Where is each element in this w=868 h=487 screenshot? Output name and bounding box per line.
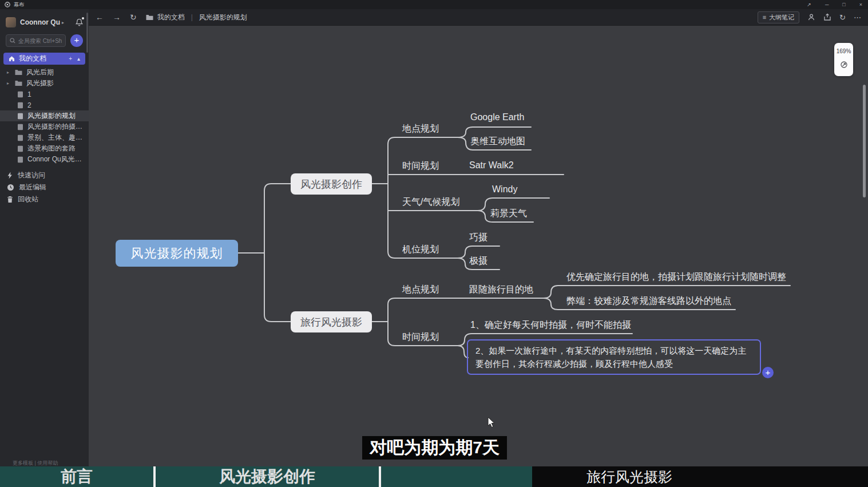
mindmap-node[interactable]: 奥维互动地图 — [470, 136, 525, 148]
breadcrumb-folder[interactable]: 我的文档 — [157, 13, 185, 22]
trash-icon — [7, 196, 13, 203]
sidebar-item-quick-access[interactable]: 快速访问 — [0, 169, 89, 181]
add-child-node-button[interactable]: + — [762, 367, 774, 378]
user-caret-icon: ▸ — [62, 20, 64, 25]
maximize-icon[interactable]: □ — [842, 0, 845, 9]
zoom-level[interactable]: 169% — [837, 48, 851, 54]
folder-icon — [15, 69, 22, 76]
sidebar-scrollbar[interactable] — [86, 13, 88, 53]
bell-icon — [76, 18, 83, 26]
chapter-section[interactable] — [381, 466, 532, 487]
chapter-bar: 前言 风光摄影创作 旅行风光摄影 — [0, 466, 868, 487]
notification-bell[interactable] — [76, 18, 83, 26]
forward-button[interactable]: → — [113, 13, 121, 22]
folder-label: 风光摄影 — [26, 78, 54, 88]
mindmap-node[interactable]: 天气/气候规划 — [402, 196, 459, 208]
mindmap-node[interactable]: 时间规划 — [402, 160, 439, 172]
outline-note-button[interactable]: ≡ 大纲笔记 — [758, 11, 799, 23]
mindmap-node[interactable]: 地点规划 — [402, 123, 439, 135]
mindmap-node[interactable]: 莉景天气 — [490, 208, 527, 220]
export-icon[interactable] — [823, 13, 831, 21]
pin-window-icon[interactable]: ↗ — [807, 0, 811, 9]
mindmap-node[interactable]: 优先确定旅行目的地，拍摄计划跟随旅行计划随时调整 — [566, 271, 786, 283]
zoom-widget[interactable]: 169% — [834, 43, 853, 76]
doc-icon — [17, 156, 23, 163]
shortcut-label: 最近编辑 — [19, 183, 46, 192]
new-document-button[interactable]: + — [70, 34, 83, 47]
doc-label: 1 — [27, 90, 31, 98]
mouse-cursor — [487, 417, 496, 428]
sidebar-item-recent[interactable]: 最近编辑 — [0, 181, 89, 193]
chapter-section[interactable]: 前言 — [0, 466, 153, 487]
sidebar-doc[interactable]: Connor Qu风光后期思维导图 — [0, 154, 89, 165]
folder-icon — [146, 14, 153, 21]
title-bar: 幕布 ↗ ─ □ × — [0, 0, 868, 9]
doc-label: 选景构图的套路 — [27, 144, 76, 153]
caret-right-icon[interactable]: ▸ — [7, 81, 15, 86]
back-button[interactable]: ← — [96, 13, 104, 22]
sync-icon[interactable]: ↻ — [839, 13, 846, 22]
search-icon — [10, 38, 15, 43]
collapse-icon[interactable]: ▴ — [77, 56, 80, 62]
sidebar-doc[interactable]: 选景构图的套路 — [0, 143, 89, 154]
mindmap-branch-node[interactable]: 旅行风光摄影 — [291, 311, 372, 332]
document-tree: ▸ 风光后期 ▸ 风光摄影 1 2 风光摄影的规划 — [0, 67, 89, 165]
doc-label: 2 — [27, 101, 31, 109]
sidebar-item-trash[interactable]: 回收站 — [0, 193, 89, 205]
chapter-section[interactable]: 旅行风光摄影 — [532, 466, 868, 487]
shortcut-label: 回收站 — [18, 195, 38, 204]
doc-icon — [17, 91, 23, 98]
refresh-button[interactable]: ↻ — [130, 13, 137, 22]
clock-icon — [7, 184, 14, 191]
mindmap-node[interactable]: 时间规划 — [402, 331, 439, 343]
minimize-icon[interactable]: ─ — [825, 0, 829, 9]
outline-note-label: 大纲笔记 — [769, 13, 794, 22]
mindmap-node[interactable]: 巧摄 — [469, 232, 487, 244]
chapter-section[interactable]: 风光摄影创作 — [156, 466, 379, 487]
breadcrumb-separator: | — [191, 13, 193, 21]
caret-right-icon[interactable]: ▸ — [7, 70, 15, 75]
home-icon — [9, 56, 15, 62]
close-icon[interactable]: × — [859, 0, 862, 9]
mindmap-node[interactable]: Satr Walk2 — [469, 160, 514, 171]
mindmap-node[interactable]: Windy — [492, 184, 517, 195]
search-input[interactable] — [18, 38, 62, 44]
doc-label: 景别、主体、趣味点与选景… — [27, 133, 88, 142]
mindmap-node[interactable]: 1、确定好每天何时拍摄，何时不能拍摄 — [470, 319, 631, 331]
reset-view-icon[interactable] — [840, 61, 848, 69]
mindmap-node[interactable]: 极摄 — [469, 255, 487, 267]
sidebar: Coonnor Qu ▸ + 我的文档 + ▴ ▸ — [0, 9, 89, 487]
mindmap-node[interactable]: 跟随旅行目的地 — [469, 284, 533, 296]
doc-label: 风光摄影的拍摄规划 — [27, 122, 88, 132]
mindmap-node[interactable]: 弊端：较难涉及常规游客线路以外的地点 — [566, 295, 731, 307]
mindmap-node[interactable]: 机位规划 — [402, 244, 439, 256]
doc-icon — [17, 124, 23, 130]
sidebar-item-my-docs[interactable]: 我的文档 + ▴ — [3, 53, 85, 65]
mindmap-node-selected[interactable]: 2、如果一次旅行途中，有某天的内容特别想怕，可以将这一天确定为主要创作日，其余行… — [467, 339, 761, 375]
more-menu-icon[interactable]: ⋯ — [854, 13, 861, 22]
sidebar-doc[interactable]: 景别、主体、趣味点与选景… — [0, 132, 89, 143]
sidebar-folder[interactable]: ▸ 风光摄影 — [0, 78, 89, 89]
mindmap-branch-node[interactable]: 风光摄影创作 — [291, 173, 372, 195]
sidebar-doc-selected[interactable]: 风光摄影的规划 — [0, 110, 89, 121]
global-search[interactable] — [6, 34, 66, 47]
avatar — [6, 17, 16, 27]
mindmap-canvas[interactable]: 风光摄影的规划 风光摄影创作 旅行风光摄影 地点规划 Google Earth … — [89, 26, 868, 487]
canvas-scrollbar[interactable] — [863, 85, 866, 197]
app-logo-icon — [5, 2, 10, 7]
sidebar-doc[interactable]: 风光摄影的拍摄规划 — [0, 121, 89, 132]
share-icon[interactable] — [807, 13, 815, 21]
folder-icon — [15, 80, 22, 86]
mindmap-node[interactable]: Google Earth — [470, 112, 524, 122]
sidebar-doc[interactable]: 2 — [0, 100, 89, 110]
mindmap-root-node[interactable]: 风光摄影的规划 — [116, 240, 238, 267]
video-subtitle: 对吧为期为期7天 — [362, 436, 507, 460]
sidebar-doc[interactable]: 1 — [0, 89, 89, 100]
user-menu[interactable]: Coonnor Qu ▸ — [0, 14, 89, 31]
mindmap-node[interactable]: 地点规划 — [402, 284, 439, 296]
folder-label: 风光后期 — [26, 68, 54, 77]
lightning-icon — [7, 172, 13, 179]
sidebar-folder[interactable]: ▸ 风光后期 — [0, 67, 89, 78]
shortcut-label: 快速访问 — [18, 171, 45, 180]
add-doc-icon[interactable]: + — [69, 56, 72, 62]
